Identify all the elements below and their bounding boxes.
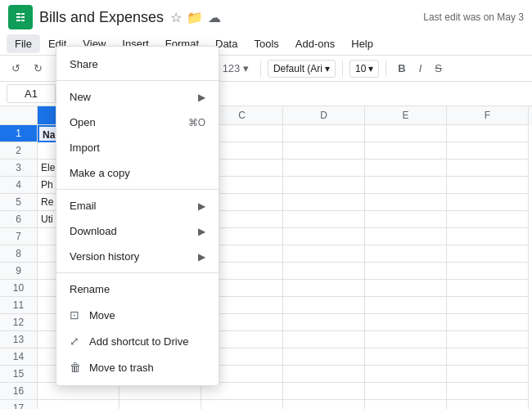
cell-e7[interactable] [365, 228, 447, 245]
cell-e1[interactable] [365, 125, 447, 142]
cell-f8[interactable] [447, 245, 529, 263]
menu-version-history[interactable]: Version history ▶ [56, 244, 219, 269]
menu-file[interactable]: File [7, 34, 40, 53]
cell-e9[interactable] [365, 263, 447, 280]
menu-download[interactable]: Download ▶ [56, 218, 219, 244]
row-num-14: 14 [0, 348, 38, 366]
menu-import[interactable]: Import [56, 135, 219, 160]
cell-f17[interactable] [447, 400, 529, 409]
cell-e16[interactable] [365, 383, 447, 400]
cell-e4[interactable] [365, 177, 447, 194]
cell-d10[interactable] [283, 280, 365, 297]
bold-button[interactable]: B [393, 59, 410, 78]
cell-f9[interactable] [447, 263, 529, 280]
cell-e11[interactable] [365, 297, 447, 314]
row-num-12: 12 [0, 314, 38, 331]
cell-d3[interactable] [283, 160, 365, 177]
make-copy-label: Make a copy [70, 167, 205, 179]
cell-e17[interactable] [365, 400, 447, 409]
cell-b17[interactable] [119, 400, 201, 409]
cell-c17[interactable] [201, 400, 283, 409]
trash-icon: 🗑 [70, 361, 86, 374]
cell-f2[interactable] [447, 142, 529, 160]
italic-button[interactable]: I [414, 59, 427, 78]
undo-button[interactable]: ↺ [7, 59, 25, 78]
cell-e13[interactable] [365, 331, 447, 348]
cell-f12[interactable] [447, 314, 529, 331]
cell-d13[interactable] [283, 331, 365, 348]
cell-d7[interactable] [283, 228, 365, 245]
document-title: Bills and Expenses [39, 9, 164, 26]
fontsize-dropdown[interactable]: 10 ▾ [349, 60, 379, 78]
cell-d1[interactable] [283, 125, 365, 142]
cell-e15[interactable] [365, 366, 447, 383]
cell-f7[interactable] [447, 228, 529, 245]
cell-e3[interactable] [365, 160, 447, 177]
cell-d5[interactable] [283, 194, 365, 211]
download-submenu-arrow: ▶ [198, 226, 205, 237]
cell-e8[interactable] [365, 245, 447, 263]
cell-f13[interactable] [447, 331, 529, 348]
menu-tools[interactable]: Tools [246, 34, 286, 53]
cell-e12[interactable] [365, 314, 447, 331]
cell-f4[interactable] [447, 177, 529, 194]
cell-d16[interactable] [283, 383, 365, 400]
cell-d2[interactable] [283, 142, 365, 160]
strikethrough-button[interactable]: S [430, 59, 447, 78]
cell-d12[interactable] [283, 314, 365, 331]
cell-e6[interactable] [365, 211, 447, 228]
menu-add-shortcut[interactable]: ⤢ Add shortcut to Drive [56, 328, 219, 354]
cell-f16[interactable] [447, 383, 529, 400]
cloud-icon[interactable]: ☁ [208, 10, 221, 25]
row-num-header [0, 106, 38, 125]
menu-move-to-trash[interactable]: 🗑 Move to trash [56, 354, 219, 380]
menu-share[interactable]: Share [56, 52, 219, 77]
cell-d15[interactable] [283, 366, 365, 383]
cell-d11[interactable] [283, 297, 365, 314]
drive-icon[interactable]: 📁 [187, 10, 203, 25]
menu-addons[interactable]: Add-ons [287, 34, 343, 53]
cell-d8[interactable] [283, 245, 365, 263]
menu-email[interactable]: Email ▶ [56, 193, 219, 218]
row-num-9: 9 [0, 263, 38, 280]
cell-f6[interactable] [447, 211, 529, 228]
menu-help[interactable]: Help [343, 34, 381, 53]
cell-f14[interactable] [447, 348, 529, 366]
cell-e10[interactable] [365, 280, 447, 297]
cell-f10[interactable] [447, 280, 529, 297]
cell-d9[interactable] [283, 263, 365, 280]
row-num-10: 10 [0, 280, 38, 297]
redo-button[interactable]: ↻ [29, 59, 47, 78]
menu-open[interactable]: Open ⌘O [56, 110, 219, 135]
download-label: Download [70, 225, 198, 237]
font-chevron: ▾ [325, 63, 330, 74]
cell-e14[interactable] [365, 348, 447, 366]
svg-rect-3 [16, 16, 20, 18]
format-123[interactable]: 123 ▾ [218, 59, 254, 78]
email-label: Email [70, 200, 198, 212]
row-num-3: 3 [0, 160, 38, 177]
cell-f15[interactable] [447, 366, 529, 383]
menu-move[interactable]: ⊡ Move [56, 302, 219, 328]
star-icon[interactable]: ☆ [170, 10, 182, 25]
cell-f11[interactable] [447, 297, 529, 314]
cell-d14[interactable] [283, 348, 365, 366]
cell-a17[interactable] [38, 400, 119, 409]
col-header-d: D [283, 106, 365, 125]
cell-e5[interactable] [365, 194, 447, 211]
cell-d6[interactable] [283, 211, 365, 228]
move-label: Move [89, 309, 205, 321]
cell-reference[interactable]: A1 [7, 84, 56, 103]
cell-d17[interactable] [283, 400, 365, 409]
cell-e2[interactable] [365, 142, 447, 160]
row-num-7: 7 [0, 228, 38, 245]
email-submenu-arrow: ▶ [198, 200, 205, 212]
font-dropdown[interactable]: Default (Ari ▾ [268, 60, 336, 78]
menu-new[interactable]: New ▶ [56, 84, 219, 110]
cell-f5[interactable] [447, 194, 529, 211]
menu-make-copy[interactable]: Make a copy [56, 160, 219, 186]
cell-f3[interactable] [447, 160, 529, 177]
cell-f1[interactable] [447, 125, 529, 142]
menu-rename[interactable]: Rename [56, 276, 219, 302]
cell-d4[interactable] [283, 177, 365, 194]
